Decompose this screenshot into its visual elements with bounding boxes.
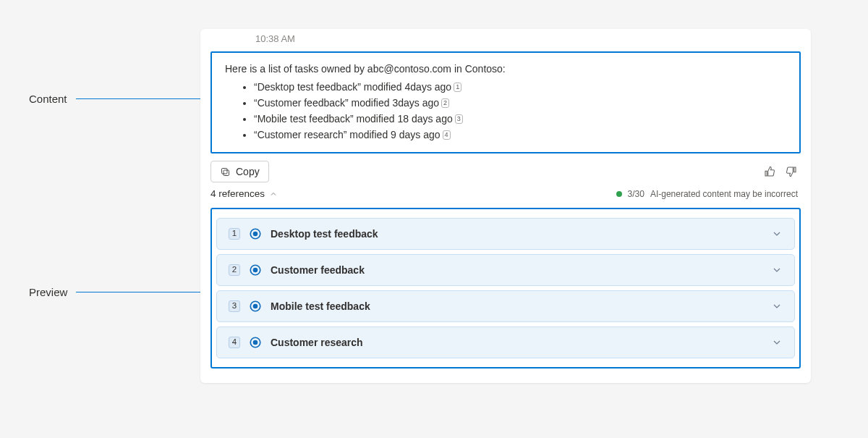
list-item: “Desktop test feedback” modified 4days a… [254,80,786,95]
thumbs-down-icon[interactable] [785,165,798,178]
reference-item[interactable]: 2 Customer feedback [216,254,795,286]
references-row: 4 references 3/30 AI-generated content m… [200,182,811,203]
reference-source-icon [249,264,262,277]
list-item: “Customer feedback” modified 3days ago2 [254,96,786,111]
references-toggle[interactable]: 4 references [210,188,278,199]
chevron-up-icon [269,190,278,198]
reference-source-icon [249,336,262,349]
reference-title: Mobile test feedback [271,300,370,312]
chevron-down-icon [771,228,783,240]
content-list: “Desktop test feedback” modified 4days a… [225,80,786,143]
usage-counter: 3/30 [628,189,644,199]
references-count-label: 4 references [210,188,265,199]
reference-item[interactable]: 3 Mobile test feedback [216,290,795,322]
ai-disclaimer: 3/30 AI-generated content may be incorre… [616,189,798,199]
list-item: “Customer research” modified 9 days ago4 [254,127,786,143]
list-item-text: “Desktop test feedback” modified 4days a… [254,81,451,93]
footnote-badge: 4 [443,130,451,140]
message-card: 10:38 AM Here is a list of tasks owned b… [200,29,811,383]
svg-point-7 [253,304,258,309]
svg-rect-1 [222,168,228,174]
list-item-text: “Customer research” modified 9 days ago [254,129,441,140]
reference-title: Customer research [271,337,363,348]
svg-rect-0 [224,170,229,176]
list-item-text: “Mobile test feedback” modified 18 days … [254,113,453,125]
chevron-down-icon [771,300,783,312]
reference-source-icon [249,227,262,240]
preview-section: 1 Desktop test feedback 2 Customer feedb… [210,208,801,368]
reference-number: 3 [229,300,240,312]
list-item-text: “Customer feedback” modified 3days ago [254,97,439,109]
callout-line [76,292,206,292]
status-dot-icon [616,191,622,197]
footnote-badge: 1 [454,83,461,92]
reference-source-icon [249,300,262,313]
content-intro: Here is a list of tasks owned by abc@con… [225,62,786,77]
reference-title: Customer feedback [271,264,365,276]
reference-number: 2 [229,264,240,276]
callout-line [76,98,203,99]
svg-point-5 [253,268,258,273]
footnote-badge: 3 [455,114,463,124]
copy-icon [220,167,231,177]
reference-number: 4 [229,337,240,348]
reference-item[interactable]: 1 Desktop test feedback [216,218,795,250]
content-section-label: Content [29,93,67,105]
copy-button-label: Copy [236,166,260,177]
reference-number: 1 [229,228,240,240]
ai-disclaimer-text: AI-generated content may be incorrect [650,189,798,199]
list-item: “Mobile test feedback” modified 18 days … [254,111,786,127]
svg-point-9 [253,340,258,345]
timestamp: 10:38 AM [200,29,811,51]
chevron-down-icon [771,264,783,276]
reference-title: Desktop test feedback [271,228,378,240]
preview-section-label: Preview [29,286,67,298]
svg-point-3 [253,232,258,237]
reference-item[interactable]: 4 Customer research [216,327,795,358]
thumbs-up-icon[interactable] [763,165,776,178]
footnote-badge: 2 [441,98,449,108]
actions-row: Copy [200,153,811,182]
content-section: Here is a list of tasks owned by abc@con… [210,51,801,153]
chevron-down-icon [771,337,783,348]
copy-button[interactable]: Copy [210,161,269,182]
